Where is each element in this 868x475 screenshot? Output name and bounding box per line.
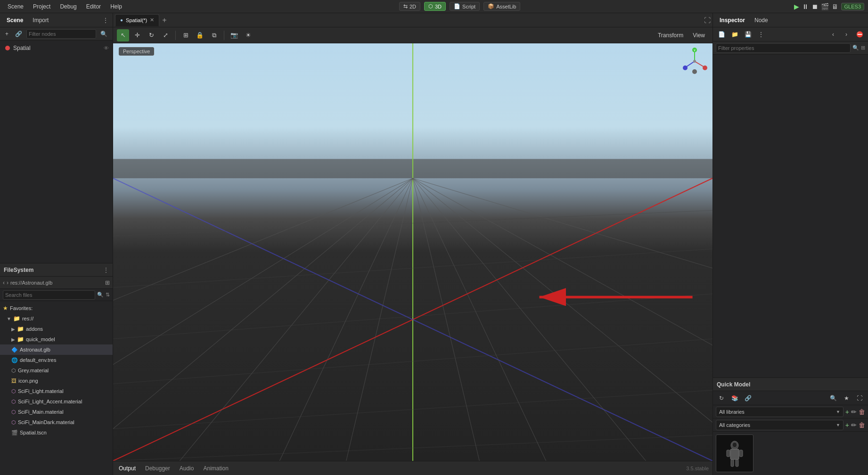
btn-2d[interactable]: ⇆ 2D bbox=[399, 2, 420, 11]
qm-libraries-edit-btn[interactable]: ✏ bbox=[851, 408, 857, 416]
btn-3d[interactable]: ⬡ 3D bbox=[424, 2, 446, 11]
sun-btn[interactable]: ☀ bbox=[242, 29, 254, 41]
fs-item-spatial-tscn[interactable]: 🎬 Spatial.tscn bbox=[0, 427, 113, 438]
transform-label-btn[interactable]: Transform bbox=[654, 31, 687, 40]
move-tool-btn[interactable]: ✛ bbox=[131, 29, 143, 41]
maximize-viewport-btn[interactable]: ⛶ bbox=[704, 16, 711, 24]
menu-project[interactable]: Project bbox=[29, 2, 54, 11]
fs-forward-btn[interactable]: › bbox=[7, 279, 8, 286]
tab-close-btn[interactable]: ✕ bbox=[150, 17, 154, 23]
insp-new-btn[interactable]: 📄 bbox=[716, 29, 727, 40]
fs-item-scifi-light-accent[interactable]: ⬡ SciFi_Light_Accent.material bbox=[0, 396, 113, 407]
fs-item-addons[interactable]: ▶ 📁 addons bbox=[0, 324, 113, 334]
insp-open-btn[interactable]: 📁 bbox=[729, 29, 740, 40]
instance-node-button[interactable]: 🔗 bbox=[13, 30, 25, 38]
pause-button[interactable]: ⏸ bbox=[802, 3, 809, 10]
mat-icon-grey: ⬡ bbox=[11, 368, 16, 374]
qm-refresh-btn[interactable]: ↻ bbox=[716, 393, 727, 404]
fs-item-astronaut[interactable]: 🔷 Astronaut.glb bbox=[0, 344, 113, 355]
viewport-3d[interactable]: Perspective Y bbox=[113, 43, 712, 461]
tab-node[interactable]: Node bbox=[752, 16, 771, 25]
group-btn[interactable]: ⧉ bbox=[208, 29, 220, 41]
qm-libraries-del-btn[interactable]: 🗑 bbox=[859, 408, 865, 416]
panel-options-btn[interactable]: ⋮ bbox=[102, 16, 109, 24]
fs-search-icon[interactable]: 🔍 bbox=[97, 292, 104, 298]
btn-script[interactable]: 📄 Script bbox=[450, 2, 480, 11]
search-node-button[interactable]: 🔍 bbox=[98, 30, 110, 38]
fs-item-icon[interactable]: 🖼 icon.png bbox=[0, 376, 113, 386]
tab-import[interactable]: Import bbox=[30, 16, 51, 25]
script-icon: 📄 bbox=[454, 3, 460, 9]
insp-prev-btn[interactable]: ‹ bbox=[827, 29, 839, 40]
menu-help[interactable]: Help bbox=[106, 2, 126, 11]
qm-categories-dropdown[interactable]: All categories ▼ bbox=[716, 420, 843, 430]
filter-nodes-input[interactable] bbox=[26, 29, 96, 39]
fs-item-quickmodel[interactable]: ▶ 📁 quick_model bbox=[0, 334, 113, 344]
qm-categories-del-btn[interactable]: 🗑 bbox=[859, 421, 865, 429]
qm-share-btn[interactable]: 🔗 bbox=[742, 393, 753, 404]
fs-item-grey-material[interactable]: ⬡ Grey.material bbox=[0, 365, 113, 376]
scale-tool-btn[interactable]: ⤢ bbox=[159, 29, 172, 41]
menu-scene[interactable]: Scene bbox=[4, 2, 27, 11]
qm-categories-edit-btn[interactable]: ✏ bbox=[851, 421, 857, 429]
tab-inspector[interactable]: Inspector bbox=[717, 16, 748, 25]
qm-library-btn[interactable]: 📚 bbox=[729, 393, 740, 404]
perspective-label[interactable]: Perspective bbox=[119, 47, 154, 56]
inspector-header: Inspector Node bbox=[713, 13, 868, 27]
fs-label-grey-material: Grey.material bbox=[18, 368, 49, 373]
qm-expand-btn[interactable]: ⛶ bbox=[854, 393, 865, 404]
grid-snap-btn[interactable]: ⊞ bbox=[180, 29, 192, 41]
insp-save-btn[interactable]: 💾 bbox=[742, 29, 753, 40]
qm-search-btn[interactable]: 🔍 bbox=[827, 393, 839, 404]
fs-search-input[interactable] bbox=[3, 290, 95, 300]
fs-item-scifi-main[interactable]: ⬡ SciFi_Main.material bbox=[0, 407, 113, 417]
filter-options-icon[interactable]: ⊞ bbox=[861, 45, 865, 51]
tab-debugger[interactable]: Debugger bbox=[143, 464, 172, 473]
select-tool-btn[interactable]: ↖ bbox=[117, 29, 129, 41]
qm-model-thumbnail[interactable] bbox=[716, 434, 753, 472]
tab-output[interactable]: Output bbox=[117, 464, 138, 473]
svg-line-28 bbox=[695, 61, 704, 67]
tab-scene[interactable]: Scene bbox=[4, 16, 26, 25]
add-node-button[interactable]: + bbox=[3, 30, 11, 38]
tab-spatial[interactable]: ● Spatial(*) ✕ bbox=[115, 14, 159, 26]
mat-icon-scifi-light: ⬡ bbox=[11, 388, 16, 394]
fs-back-btn[interactable]: ‹ bbox=[3, 279, 5, 286]
insp-lock-btn[interactable]: ⛔ bbox=[854, 29, 865, 40]
add-tab-btn[interactable]: + bbox=[162, 16, 166, 25]
qm-star-btn[interactable]: ★ bbox=[841, 393, 852, 404]
play-button[interactable]: ▶ bbox=[794, 3, 799, 10]
tab-audio[interactable]: Audio bbox=[178, 464, 196, 473]
movie-button[interactable]: 🎬 bbox=[821, 3, 829, 10]
tab-animation[interactable]: Animation bbox=[201, 464, 230, 473]
btn-assetlib[interactable]: 📦 AssetLib bbox=[483, 2, 520, 11]
fs-item-defaultenv[interactable]: 🌐 default_env.tres bbox=[0, 355, 113, 365]
fs-breadcrumb: ‹ › res://Astronaut.glb ⊞ bbox=[0, 277, 113, 289]
fs-search-bar: 🔍 ⇅ bbox=[0, 289, 113, 301]
filter-search-icon[interactable]: 🔍 bbox=[852, 45, 859, 51]
fs-item-res[interactable]: ▼ 📁 res:// bbox=[0, 313, 113, 324]
menu-debug[interactable]: Debug bbox=[56, 2, 80, 11]
qm-categories-arrow: ▼ bbox=[836, 423, 840, 427]
filter-properties-input[interactable] bbox=[716, 43, 851, 53]
rotate-tool-btn[interactable]: ↻ bbox=[145, 29, 157, 41]
qm-categories-row: All categories ▼ + ✏ 🗑 bbox=[713, 418, 868, 432]
fs-item-scifi-maindark[interactable]: ⬡ SciFi_MainDark.material bbox=[0, 417, 113, 427]
insp-menu-btn[interactable]: ⋮ bbox=[755, 29, 767, 40]
qm-libraries-add-btn[interactable]: + bbox=[845, 408, 849, 416]
view-label-btn[interactable]: View bbox=[689, 31, 709, 40]
visibility-icon[interactable]: 👁 bbox=[104, 45, 109, 51]
lock-btn[interactable]: 🔒 bbox=[194, 29, 206, 41]
tree-item-spatial[interactable]: Spatial 👁 bbox=[0, 42, 113, 54]
qm-libraries-dropdown[interactable]: All libraries ▼ bbox=[716, 407, 843, 417]
camera-btn[interactable]: 📷 bbox=[228, 29, 240, 41]
fs-sort-icon[interactable]: ⇅ bbox=[106, 292, 110, 298]
stop-button[interactable]: ⏹ bbox=[811, 3, 818, 10]
fs-item-scifi-light[interactable]: ⬡ SciFi_Light.material bbox=[0, 386, 113, 396]
qm-categories-add-btn[interactable]: + bbox=[845, 421, 849, 429]
menu-editor[interactable]: Editor bbox=[82, 2, 105, 11]
fs-layout-btn[interactable]: ⊞ bbox=[105, 279, 110, 286]
filesystem-menu-btn[interactable]: ⋮ bbox=[103, 267, 109, 273]
insp-next-btn[interactable]: › bbox=[841, 29, 852, 40]
remote-button[interactable]: 🖥 bbox=[832, 3, 838, 10]
